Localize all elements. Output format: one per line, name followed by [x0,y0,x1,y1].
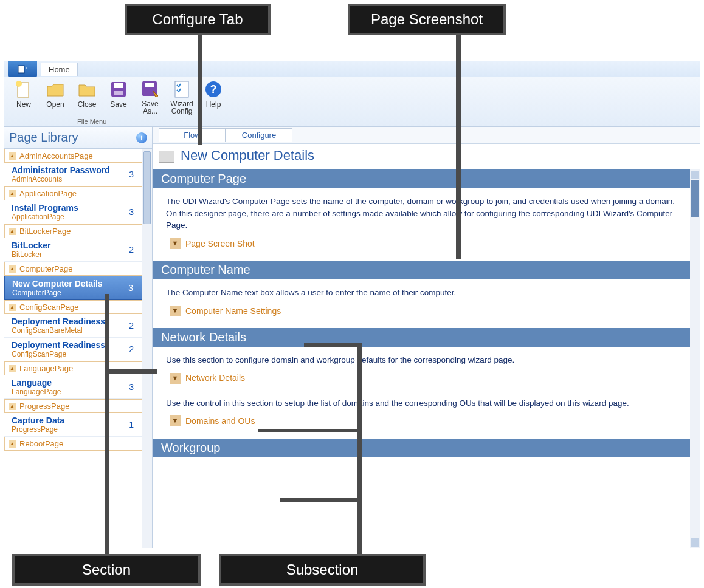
subsection-toggle[interactable]: ▼Network Details [170,372,677,384]
scrollbar[interactable] [142,149,152,548]
library-page-item[interactable]: LanguageLanguagePage3 [4,375,142,399]
new-file-icon [14,80,33,99]
chevron-down-icon: ▼ [170,373,181,384]
sidebar-title: Page Library [9,131,78,145]
wizard-config-button[interactable]: Wizard Config [166,80,198,115]
callout-configure-tab: Configure Tab [125,4,271,35]
chevron-up-icon: ▲ [9,403,16,410]
label: Open [46,100,64,109]
section-body: Use this section to configure domain and… [153,347,690,439]
divider [166,391,677,391]
subsection-toggle[interactable]: ▼Page Screen Shot [170,238,677,250]
library-group-header[interactable]: ▲AdminAccountsPage [4,149,142,163]
chevron-up-icon: ▲ [9,152,16,160]
open-button[interactable]: Open [40,80,71,109]
subsection-label: Domains and OUs [185,415,255,427]
save-as-button[interactable]: Save As... [134,80,166,115]
close-button[interactable]: Close [71,80,103,109]
callout-line [105,369,109,554]
callout-line [198,34,202,145]
item-count: 3 [129,169,134,179]
library-page-item[interactable]: Deployment ReadinessConfigScanBareMetal2 [4,314,142,338]
item-subtitle: ApplicationPage [12,213,78,221]
item-count: 1 [129,420,134,429]
group-name: BitLockerPage [19,227,71,236]
tab-flow[interactable]: Flow [159,128,226,142]
library-page-item[interactable]: Capture DataProgressPage1 [4,413,142,437]
callout-line [258,429,361,432]
scroll-down-icon[interactable] [691,538,699,547]
chevron-up-icon: ▲ [9,265,16,273]
scroll-up-icon[interactable] [691,171,699,179]
save-button[interactable]: Save [103,80,134,109]
item-title: Install Programs [12,203,78,213]
group-name: ConfigScanPage [19,303,79,312]
chevron-up-icon: ▲ [9,365,16,372]
svg-rect-4 [114,83,123,88]
sidebar: Page Library i ▲AdminAccountsPageAdminis… [4,127,153,548]
label: Close [78,100,97,109]
label: Save [110,100,126,109]
library-group-header[interactable]: ▲ProgressPage [4,399,142,413]
ribbon: New Open Close Save Save As... [4,77,700,127]
library-group-header[interactable]: ▲ApplicationPage [4,186,142,200]
library-page-item[interactable]: Install ProgramsApplicationPage3 [4,200,142,224]
library-page-item[interactable]: Administrator PasswordAdminAccounts3 [4,163,142,186]
group-name: AdminAccountsPage [19,151,93,160]
group-name: ApplicationPage [19,189,77,198]
section-header: Network Details [153,328,690,347]
svg-rect-7 [145,83,154,87]
folder-icon [77,80,97,99]
subsection-toggle[interactable]: ▼Computer Name Settings [170,305,677,317]
group-name: ProgressPage [19,402,69,411]
library-page-item[interactable]: New Computer DetailsComputerPage3 [4,276,142,300]
subsection-toggle[interactable]: ▼Domains and OUs [170,415,677,427]
main-tabs: Flow Configure [153,127,700,144]
library-group-header[interactable]: ▲ConfigScanPage [4,300,142,314]
callout-line [280,498,361,502]
chevron-down-icon: ▼ [170,238,181,249]
content-scrollbar[interactable] [690,169,700,548]
library-group-header[interactable]: ▲RebootPage [4,437,142,451]
label: Save As... [134,100,166,115]
info-icon[interactable]: i [136,132,147,143]
callout-line [304,343,361,347]
title-bar: Home [4,61,700,77]
app-menu-button[interactable] [8,61,37,77]
label: Help [206,100,221,109]
section-body: The UDI Wizard's Computer Page sets the … [153,188,690,261]
chevron-up-icon: ▲ [9,228,16,235]
help-icon: ? [204,80,223,99]
label: Wizard Config [166,100,198,115]
scroll-thumb[interactable] [143,151,151,224]
document-icon [17,65,28,74]
item-count: 3 [129,382,134,392]
new-button[interactable]: New [8,80,40,109]
group-name: LanguagePage [19,364,73,373]
item-count: 2 [129,321,134,330]
chevron-up-icon: ▲ [9,190,16,197]
item-subtitle: AdminAccounts [12,175,110,183]
page-title: New Computer Details [181,148,314,165]
svg-rect-5 [114,91,123,95]
callout-line [105,294,109,369]
item-subtitle: LanguagePage [12,388,61,396]
item-subtitle: ComputerPage [12,289,103,297]
library-group-header[interactable]: ▲BitLockerPage [4,224,142,238]
tab-home[interactable]: Home [41,63,78,76]
label: New [16,100,31,109]
library-page-item[interactable]: BitLockerBitLocker2 [4,238,142,262]
library-group-header[interactable]: ▲ComputerPage [4,262,142,276]
callout-page-screenshot: Page Screenshot [348,4,506,35]
scroll-thumb[interactable] [691,180,699,217]
item-subtitle: ConfigScanBareMetal [12,326,105,335]
item-title: Deployment Readiness [12,340,105,350]
item-subtitle: ProgressPage [12,425,64,434]
ribbon-group-label: File Menu [77,118,106,125]
tab-configure[interactable]: Configure [226,128,292,142]
library-page-item[interactable]: Deployment ReadinessConfigScanPage2 [4,338,142,361]
item-count: 2 [129,344,134,354]
callout-line [456,34,461,259]
chevron-down-icon: ▼ [170,415,181,426]
page-title-row: New Computer Details [153,144,700,169]
